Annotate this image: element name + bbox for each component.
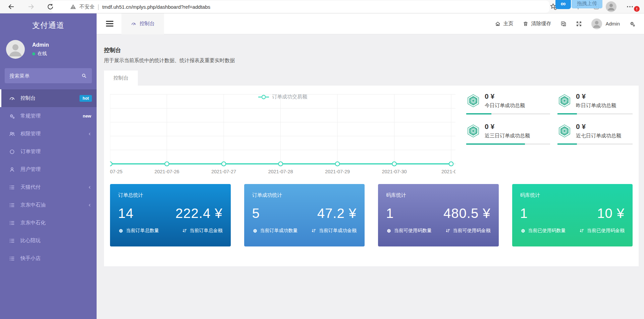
card-count-label: 当前可使用码数量 [394, 228, 432, 234]
browser-forward-button[interactable] [27, 3, 35, 11]
search-icon[interactable] [81, 73, 87, 79]
language-icon [560, 21, 567, 27]
mini-stat-label: 昨日订单成功总额 [576, 102, 616, 109]
sidebar-menu: 控制台hot常规管理new权限管理订单管理用户管理天猫代付京东中石油京东中石化比… [0, 89, 97, 267]
sidebar-item-label: 控制台 [20, 95, 36, 101]
hexagon-icon [118, 228, 124, 234]
card-amount: 47.2 ¥ [317, 206, 357, 221]
settings-button[interactable] [629, 21, 635, 27]
hexagon-icon [466, 94, 480, 108]
sidebar-item-订单管理[interactable]: 订单管理 [0, 143, 97, 161]
topnav-tab-dashboard[interactable]: 控制台 [121, 13, 164, 34]
chevron-left-icon [87, 202, 93, 208]
user-icon [9, 166, 15, 173]
browser-back-button[interactable] [7, 3, 15, 11]
hexagon-icon [252, 228, 258, 234]
topnav-user[interactable]: Admin [591, 18, 620, 29]
card-count: 1 [520, 206, 528, 221]
topnav: 控制台 主页 清除缓存 Admin [97, 13, 644, 34]
browser-profile-avatar[interactable] [606, 1, 616, 12]
sidebar-item-比心陪玩[interactable]: 比心陪玩 [0, 232, 97, 249]
browser-toolbar: 不安全 | tmdf.uh51.cn/mplys.php/dashboard?r… [0, 0, 644, 13]
svg-text:2021-07-30: 2021-07-30 [382, 169, 407, 174]
sidebar-item-京东中石油[interactable]: 京东中石油 [0, 196, 97, 214]
topnav-avatar [591, 18, 602, 29]
card-title: 订单总统计 [118, 192, 223, 198]
hamburger-icon[interactable] [106, 19, 113, 28]
stat-card-订单总统计: 订单总统计14222.4 ¥当前订单总数量当前订单总金额 [110, 184, 231, 246]
card-amount-label: 当前可使用码金额 [453, 228, 491, 234]
card-count-label: 当前订单总数量 [126, 228, 159, 234]
sort-amount-icon [182, 228, 187, 234]
card-count: 1 [386, 206, 394, 221]
sidebar-item-label: 比心陪玩 [20, 237, 41, 244]
mini-stat-label: 今日订单成功总额 [485, 102, 525, 109]
extension-tooltip: 拖拽上传 [572, 0, 602, 8]
sidebar-item-用户管理[interactable]: 用户管理 [0, 161, 97, 178]
chevron-left-icon [87, 131, 93, 137]
sort-amount-icon [445, 228, 451, 234]
mini-stat: 0 ¥今日订单成功总额 [466, 92, 550, 115]
list-icon [9, 255, 15, 262]
language-button[interactable] [560, 21, 567, 27]
home-button[interactable]: 主页 [495, 20, 513, 27]
url-text[interactable]: tmdf.uh51.cn/mplys.php/dashboard?ref=add… [102, 4, 210, 10]
mini-stat-progress [557, 113, 633, 115]
extension-icon[interactable]: ∞ [555, 0, 571, 9]
hexagon-icon [557, 94, 572, 108]
sort-amount-icon [311, 228, 317, 234]
dashboard-panel: 订单成功交易额 07-252021-07-262021-07-272021-07… [104, 86, 639, 266]
page-title: 控制台 [104, 46, 644, 54]
fullscreen-icon [576, 21, 582, 27]
sidebar-item-快手小店[interactable]: 快手小店 [0, 249, 97, 267]
svg-text:2021-07-26: 2021-07-26 [154, 169, 179, 174]
address-separator: | [98, 3, 99, 10]
legend-marker-icon [258, 95, 269, 99]
card-title: 码库统计 [386, 192, 491, 198]
mini-stat-label: 近七日订单成功总额 [576, 133, 621, 139]
stat-cards-row: 订单总统计14222.4 ¥当前订单总数量当前订单总金额订单成功统计547.2 … [110, 184, 633, 246]
new-badge: new [83, 113, 91, 119]
content-tab-dashboard[interactable]: 控制台 [104, 71, 138, 86]
fullscreen-button[interactable] [576, 21, 582, 27]
user-avatar[interactable] [6, 40, 25, 59]
sidebar-item-权限管理[interactable]: 权限管理 [0, 125, 97, 143]
browser-reload-button[interactable] [46, 3, 54, 11]
sidebar-item-label: 天猫代付 [20, 184, 41, 190]
security-label[interactable]: 不安全 [79, 4, 95, 10]
card-amount: 10 ¥ [597, 206, 625, 221]
mini-stat-label: 近三日订单成功总额 [485, 133, 530, 139]
card-title: 订单成功统计 [252, 192, 357, 198]
card-count: 5 [252, 206, 260, 221]
card-amount: 222.4 ¥ [175, 206, 222, 221]
mini-stat-progress [557, 143, 633, 145]
mini-stat: 0 ¥近三日订单成功总额 [466, 123, 550, 145]
svg-text:2021-07-: 2021-07- [441, 169, 455, 174]
browser-menu-icon[interactable] [626, 3, 634, 11]
sidebar-item-京东中石化[interactable]: 京东中石化 [0, 214, 97, 232]
mini-stat: 0 ¥昨日订单成功总额 [557, 92, 633, 115]
hexagon-icon [466, 124, 480, 138]
card-count-label: 当前订单成功数量 [260, 228, 298, 234]
chart-legend[interactable]: 订单成功交易额 [258, 94, 307, 100]
hexagon-icon [557, 124, 572, 138]
user-name: Admin [32, 42, 49, 48]
svg-text:2021-07-29: 2021-07-29 [325, 169, 350, 174]
menu-search-input[interactable] [9, 73, 81, 79]
clear-cache-button[interactable]: 清除缓存 [523, 20, 551, 27]
sidebar-item-控制台[interactable]: 控制台hot [0, 89, 97, 107]
sidebar-item-label: 京东中石油 [20, 202, 46, 208]
list-icon [9, 202, 15, 209]
dashboard-icon [131, 21, 137, 27]
sidebar-item-天猫代付[interactable]: 天猫代付 [0, 178, 97, 196]
sidebar-item-label: 订单管理 [20, 148, 41, 155]
sidebar-item-常规管理[interactable]: 常规管理new [0, 107, 97, 125]
browser-alert-badge: ! [634, 6, 640, 12]
card-title: 码库统计 [520, 192, 625, 198]
line-chart-svg: 07-252021-07-262021-07-272021-07-282021-… [110, 94, 455, 177]
warning-icon [70, 3, 76, 10]
mini-stat-progress [466, 113, 550, 115]
list-icon [9, 237, 15, 244]
trash-icon [523, 21, 529, 27]
circle-icon [9, 148, 15, 155]
